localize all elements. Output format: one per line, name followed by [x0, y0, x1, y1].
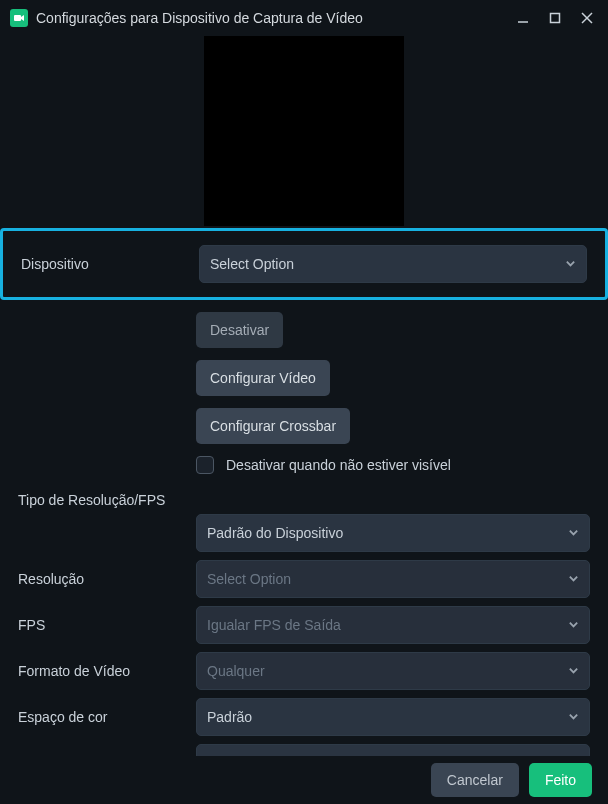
resolution-label: Resolução [18, 571, 186, 587]
color-space-select[interactable]: Padrão [196, 698, 590, 736]
fps-select[interactable]: Igualar FPS de Saída [196, 606, 590, 644]
video-preview [204, 36, 404, 226]
deactivate-invisible-label[interactable]: Desativar quando não estiver visível [226, 457, 451, 473]
window-title: Configurações para Dispositivo de Captur… [36, 10, 508, 26]
maximize-button[interactable] [548, 11, 562, 25]
properties-form: Dispositivo Select Option Desativar Conf… [0, 228, 608, 756]
device-label: Dispositivo [21, 256, 189, 272]
video-format-select-value: Qualquer [207, 663, 265, 679]
deactivate-invisible-checkbox[interactable] [196, 456, 214, 474]
configure-crossbar-button[interactable]: Configurar Crossbar [196, 408, 350, 444]
cancel-button[interactable]: Cancelar [431, 763, 519, 797]
device-row: Dispositivo Select Option [0, 228, 608, 300]
svg-rect-0 [14, 15, 21, 21]
minimize-button[interactable] [516, 11, 530, 25]
res-type-select[interactable]: Padrão do Dispositivo [196, 514, 590, 552]
color-space-label: Espaço de cor [18, 709, 186, 725]
chevron-down-icon [568, 617, 579, 633]
chevron-down-icon [568, 663, 579, 679]
close-button[interactable] [580, 11, 594, 25]
video-format-label: Formato de Vídeo [18, 663, 186, 679]
device-select[interactable]: Select Option [199, 245, 587, 283]
svg-rect-2 [551, 14, 560, 23]
chevron-down-icon [568, 525, 579, 541]
deactivate-button[interactable]: Desativar [196, 312, 283, 348]
titlebar: Configurações para Dispositivo de Captur… [0, 0, 608, 36]
done-button[interactable]: Feito [529, 763, 592, 797]
fps-select-value: Igualar FPS de Saída [207, 617, 341, 633]
chevron-down-icon [568, 571, 579, 587]
chevron-down-icon [565, 256, 576, 272]
chevron-down-icon [568, 709, 579, 725]
video-format-select[interactable]: Qualquer [196, 652, 590, 690]
color-space-select-value: Padrão [207, 709, 252, 725]
color-range-select-value: Padrão [207, 755, 252, 756]
resolution-select[interactable]: Select Option [196, 560, 590, 598]
color-range-select[interactable]: Padrão [196, 744, 590, 756]
resolution-select-value: Select Option [207, 571, 291, 587]
fps-label: FPS [18, 617, 186, 633]
res-type-select-value: Padrão do Dispositivo [207, 525, 343, 541]
configure-video-button[interactable]: Configurar Vídeo [196, 360, 330, 396]
app-icon [10, 9, 28, 27]
chevron-down-icon [568, 755, 579, 756]
dialog-footer: Cancelar Feito [0, 756, 608, 804]
preview-area [0, 36, 608, 228]
device-select-value: Select Option [210, 256, 294, 272]
res-type-label: Tipo de Resolução/FPS [18, 492, 186, 508]
